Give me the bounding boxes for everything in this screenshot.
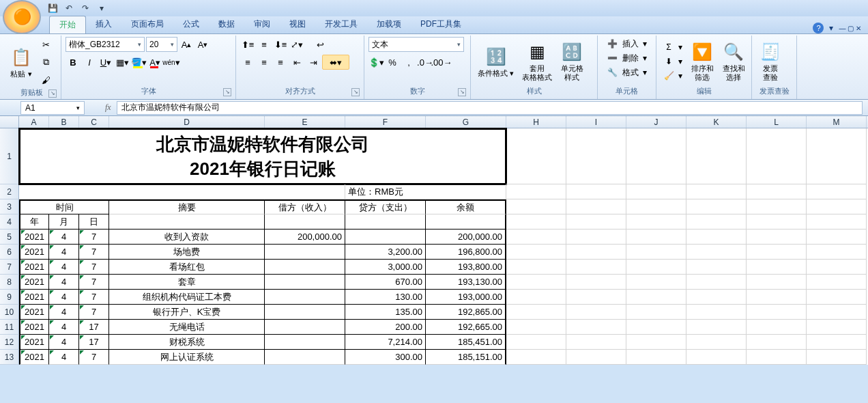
cell-summary[interactable]: 套章 xyxy=(109,275,265,290)
cell[interactable] xyxy=(686,335,747,350)
cell-month[interactable]: 4 xyxy=(49,260,79,275)
cell-debit[interactable] xyxy=(265,350,345,365)
cell[interactable] xyxy=(807,305,867,320)
unit-label[interactable]: 单位：RMB元 xyxy=(345,184,506,199)
cell[interactable] xyxy=(626,245,686,260)
cell[interactable] xyxy=(747,290,807,305)
cell[interactable] xyxy=(566,305,626,320)
row-header-5[interactable]: 5 xyxy=(0,230,19,245)
cell[interactable] xyxy=(506,290,566,305)
font-color-button[interactable]: A▾ xyxy=(147,55,162,70)
col-header-F[interactable]: F xyxy=(345,116,426,128)
cell[interactable] xyxy=(19,184,345,199)
fx-icon[interactable]: fx xyxy=(105,102,111,113)
col-header-B[interactable]: B xyxy=(49,116,79,128)
cell[interactable] xyxy=(626,260,686,275)
cell[interactable] xyxy=(566,290,626,305)
align-right-button[interactable]: ≡ xyxy=(273,55,288,70)
cell[interactable] xyxy=(807,184,867,199)
dialog-launcher[interactable]: ↘ xyxy=(351,88,360,96)
conditional-format-button[interactable]: 🔢条件格式 ▾ xyxy=(475,44,517,79)
cell-summary[interactable]: 财税系统 xyxy=(109,335,265,350)
cell[interactable] xyxy=(566,184,626,199)
cell-day[interactable]: 7 xyxy=(79,290,109,305)
qat-undo-icon[interactable]: ↶ xyxy=(63,2,75,14)
cell-month[interactable]: 4 xyxy=(49,275,79,290)
cell-summary[interactable]: 收到入资款 xyxy=(109,230,265,245)
col-header-K[interactable]: K xyxy=(686,116,747,128)
cell[interactable] xyxy=(626,350,686,365)
cell[interactable] xyxy=(626,275,686,290)
cell-day[interactable]: 7 xyxy=(79,230,109,245)
select-all-corner[interactable] xyxy=(0,116,19,128)
cell[interactable] xyxy=(747,260,807,275)
shrink-font-button[interactable]: A▾ xyxy=(195,37,210,52)
cell[interactable] xyxy=(747,305,807,320)
cell-year[interactable]: 2021 xyxy=(19,260,49,275)
cell-balance[interactable]: 192,665.00 xyxy=(426,320,506,335)
number-format-combo[interactable]: 文本▾ xyxy=(368,37,464,52)
cell-credit[interactable]: 130.00 xyxy=(345,290,426,305)
grow-font-button[interactable]: A▴ xyxy=(179,37,194,52)
cell-summary[interactable]: 看场红包 xyxy=(109,260,265,275)
cell-month[interactable]: 4 xyxy=(49,290,79,305)
row-header-1[interactable]: 1 xyxy=(0,128,19,184)
italic-button[interactable]: I xyxy=(82,55,97,70)
merge-center-button[interactable]: ⬌▾ xyxy=(322,55,349,70)
cell-year[interactable]: 2021 xyxy=(19,320,49,335)
cell[interactable] xyxy=(807,260,867,275)
cell-day[interactable]: 7 xyxy=(79,275,109,290)
align-bottom-button[interactable]: ⬇≡ xyxy=(273,37,288,52)
sort-filter-button[interactable]: 🔽排序和 筛选 xyxy=(688,40,717,83)
cell-debit[interactable] xyxy=(265,320,345,335)
cell-day[interactable]: 7 xyxy=(79,245,109,260)
tab-公式[interactable]: 公式 xyxy=(173,16,209,33)
row-header-4[interactable]: 4 xyxy=(0,214,19,230)
cell-day[interactable]: 7 xyxy=(79,350,109,365)
header-month[interactable]: 月 xyxy=(49,214,79,230)
cell-credit[interactable]: 670.00 xyxy=(345,275,426,290)
phonetic-button[interactable]: wén▾ xyxy=(164,55,179,70)
cell[interactable] xyxy=(506,245,566,260)
qat-redo-icon[interactable]: ↷ xyxy=(79,2,91,14)
cell-year[interactable]: 2021 xyxy=(19,245,49,260)
font-size-combo[interactable]: 20▾ xyxy=(146,37,177,52)
cell[interactable] xyxy=(566,275,626,290)
window-controls[interactable]: — ▢ ✕ xyxy=(839,25,861,32)
row-header-2[interactable]: 2 xyxy=(0,184,19,199)
cell[interactable] xyxy=(566,199,626,214)
cell-month[interactable]: 4 xyxy=(49,320,79,335)
cell[interactable] xyxy=(566,350,626,365)
fill-button[interactable]: ⬇▾ xyxy=(661,55,685,68)
cell[interactable] xyxy=(807,350,867,365)
cell[interactable] xyxy=(807,128,867,184)
row-header-3[interactable]: 3 xyxy=(0,199,19,214)
header-debit-2[interactable] xyxy=(265,214,345,230)
font-name-combo[interactable]: 楷体_GB2312▾ xyxy=(66,37,145,52)
header-credit[interactable]: 贷方（支出） xyxy=(345,199,426,214)
cell[interactable] xyxy=(747,214,807,230)
col-header-C[interactable]: C xyxy=(79,116,109,128)
cell-summary[interactable]: 网上认证系统 xyxy=(109,350,265,365)
cell[interactable] xyxy=(686,305,747,320)
cell-summary[interactable]: 场地费 xyxy=(109,245,265,260)
cell-debit[interactable] xyxy=(265,305,345,320)
cell[interactable] xyxy=(686,260,747,275)
cell-month[interactable]: 4 xyxy=(49,335,79,350)
cell[interactable] xyxy=(506,199,566,214)
cell-balance[interactable]: 192,865.00 xyxy=(426,305,506,320)
cell[interactable] xyxy=(566,260,626,275)
find-select-button[interactable]: 🔍查找和 选择 xyxy=(719,40,748,83)
cell[interactable] xyxy=(506,230,566,245)
help-icon[interactable]: ? xyxy=(813,23,824,33)
cell[interactable] xyxy=(807,290,867,305)
row-header-7[interactable]: 7 xyxy=(0,260,19,275)
cell[interactable] xyxy=(686,230,747,245)
header-summary-2[interactable] xyxy=(109,214,265,230)
header-year[interactable]: 年 xyxy=(19,214,49,230)
tab-审阅[interactable]: 审阅 xyxy=(244,16,280,33)
cell-balance[interactable]: 193,800.00 xyxy=(426,260,506,275)
cell[interactable] xyxy=(747,350,807,365)
cell-month[interactable]: 4 xyxy=(49,350,79,365)
col-header-D[interactable]: D xyxy=(109,116,265,128)
